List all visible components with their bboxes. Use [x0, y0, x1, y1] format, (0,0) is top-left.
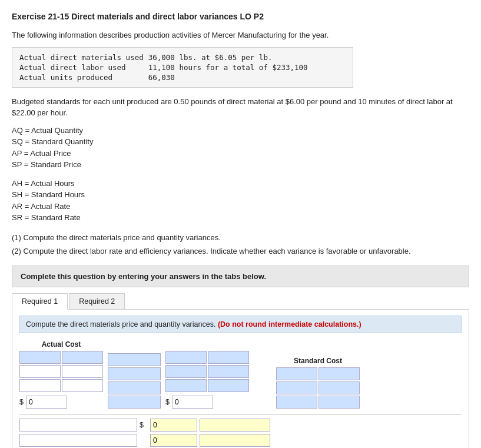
variance-value-input-2[interactable] [150, 434, 197, 447]
standard-cost-block: Standard Cost [276, 357, 360, 409]
actual-cost-input-3[interactable] [19, 365, 61, 378]
mid-cost-input-6[interactable] [208, 379, 249, 392]
actual-cost-grid [19, 351, 103, 392]
variance-select-input-2[interactable] [200, 434, 270, 447]
info-label-2: Actual direct labor used [19, 62, 148, 72]
std-cost-input-4[interactable] [319, 381, 360, 394]
std-cost-input-2[interactable] [319, 367, 360, 380]
variance-value-input-1[interactable] [150, 419, 197, 432]
info-label-1: Actual direct materials used [19, 52, 148, 62]
info-value-2: 11,100 hours for a total of $233,100 [148, 62, 313, 72]
middle-sep-col [108, 353, 161, 409]
abbrev-sq: SQ = Standard Quantity [12, 136, 469, 148]
actual-cost-input-1[interactable] [19, 351, 61, 364]
instruction-bar-text: Compute the direct materials price and q… [26, 320, 215, 328]
instruction-2: (2) Compute the direct labor rate and ef… [12, 245, 469, 257]
middle-cost-label [165, 340, 249, 349]
info-row-1: Actual direct materials used 36,000 lbs.… [19, 52, 313, 62]
info-row-3: Actual units produced 66,030 [19, 72, 313, 82]
sep-input-4[interactable] [108, 396, 161, 409]
var2-spacer [140, 436, 148, 444]
abbrev-sp: SP = Standard Price [12, 159, 469, 171]
actual-cost-block: Actual Cost $ [19, 340, 103, 409]
std-cost-input-6[interactable] [319, 396, 360, 409]
std-cost-input-5[interactable] [276, 396, 317, 409]
actual-total-input[interactable] [26, 396, 67, 409]
mid-total-row: $ [165, 396, 249, 409]
standard-cost-label: Standard Cost [276, 357, 360, 365]
info-row-2: Actual direct labor used 11,100 hours fo… [19, 62, 313, 72]
abbreviations-section: AQ = Actual Quantity SQ = Standard Quant… [12, 125, 469, 171]
middle-cost-block: $ [165, 340, 249, 409]
variance-inputs-section: $ [19, 414, 462, 449]
variance-row-1: $ [19, 419, 462, 432]
variance-row-2 [19, 434, 462, 447]
mid-dollar-sign: $ [165, 398, 170, 406]
complete-box: Complete this question by entering your … [12, 266, 469, 287]
standard-cost-grid [276, 367, 360, 409]
variance-select-input-1[interactable] [200, 419, 270, 432]
mid-cost-input-4[interactable] [208, 365, 249, 378]
instructions-section: (1) Compute the direct materials price a… [12, 232, 469, 257]
tab-required1[interactable]: Required 1 [12, 293, 68, 310]
actual-total-row: $ [19, 396, 103, 409]
abbreviations-section-2: AH = Actual Hours SH = Standard Hours AR… [12, 178, 469, 224]
std-cost-input-3[interactable] [276, 381, 317, 394]
abbrev-aq: AQ = Actual Quantity [12, 125, 469, 137]
mid-cost-input-3[interactable] [165, 365, 207, 378]
actual-cost-label: Actual Cost [19, 340, 103, 349]
instruction-bar-bold: (Do not round intermediate calculations.… [218, 320, 361, 328]
info-value-1: 36,000 lbs. at $6.05 per lb. [148, 52, 313, 62]
info-label-3: Actual units produced [19, 72, 148, 82]
instruction-bar: Compute the direct materials price and q… [19, 316, 462, 333]
mid-cost-input-5[interactable] [165, 379, 207, 392]
variance-label-input-1[interactable] [19, 419, 137, 432]
actual-cost-input-6[interactable] [62, 379, 103, 392]
page-title: Exercise 21-15 Direct materials and dire… [12, 12, 469, 21]
tab-required2[interactable]: Required 2 [69, 293, 125, 309]
tab-content: Compute the direct materials price and q… [12, 310, 469, 449]
abbrev-sr: SR = Standard Rate [12, 212, 469, 224]
actual-cost-input-4[interactable] [62, 365, 103, 378]
abbrev-ar: AR = Actual Rate [12, 201, 469, 213]
abbrev-ap: AP = Actual Price [12, 148, 469, 160]
variance-area: Actual Cost $ [19, 340, 462, 449]
top-grids: Actual Cost $ [19, 340, 462, 409]
budgeted-text: Budgeted standards for each unit produce… [12, 96, 469, 119]
sep-input-3[interactable] [108, 381, 161, 394]
info-table: Actual direct materials used 36,000 lbs.… [12, 47, 353, 88]
tabs-row: Required 1 Required 2 [12, 293, 469, 310]
actual-cost-input-2[interactable] [62, 351, 103, 364]
instruction-1: (1) Compute the direct materials price a… [12, 232, 469, 244]
mid-cost-input-1[interactable] [165, 351, 207, 364]
middle-cost-grid [165, 351, 249, 392]
abbrev-sh: SH = Standard Hours [12, 189, 469, 201]
std-cost-input-1[interactable] [276, 367, 317, 380]
sep-input-1[interactable] [108, 353, 161, 366]
abbrev-ah: AH = Actual Hours [12, 178, 469, 190]
intro-text: The following information describes prod… [12, 29, 469, 41]
actual-cost-input-5[interactable] [19, 379, 61, 392]
info-value-3: 66,030 [148, 72, 313, 82]
var1-dollar: $ [140, 421, 148, 429]
variance-label-input-2[interactable] [19, 434, 137, 447]
sep-input-2[interactable] [108, 367, 161, 380]
actual-dollar-sign: $ [19, 398, 24, 406]
mid-total-input[interactable] [172, 396, 213, 409]
mid-cost-input-2[interactable] [208, 351, 249, 364]
